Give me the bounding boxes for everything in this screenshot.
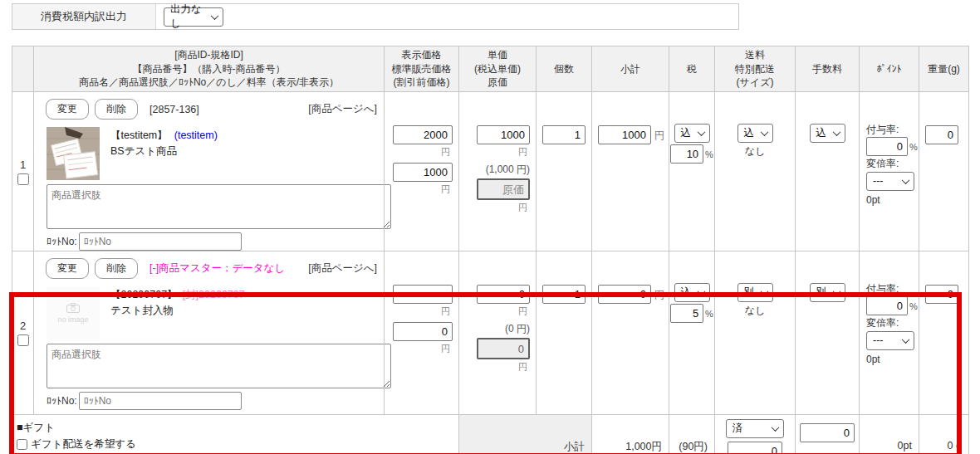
lot-no-label: ﾛｯﾄNo: [47,395,77,407]
chevron-down-icon [902,176,910,184]
point-rate-input[interactable] [866,137,908,156]
percent-unit: % [705,149,713,159]
standard-price-input[interactable] [393,322,453,341]
delete-button[interactable]: 削除 [95,258,138,279]
tax-type-value: 込 [681,126,692,140]
lot-no-input[interactable] [79,232,242,251]
shipping-type-select[interactable]: 別 [737,283,773,302]
shipping-note: なし [715,304,795,318]
footer-shipping-status-select[interactable]: 済 [726,419,784,438]
display-price-input[interactable] [393,125,453,144]
header-fee: 手数料 [796,46,860,92]
chevron-down-icon [211,12,219,20]
footer-weight-total: 0 g [919,415,969,454]
fee-type-value: 込 [816,126,827,140]
standard-price-input[interactable] [393,163,453,182]
product-page-link[interactable]: [商品ページへ] [308,102,377,116]
point-rate-label: 付与率: [866,281,915,296]
tax-rate-input[interactable] [670,144,703,164]
percent-unit: % [705,309,713,319]
unit-price-input[interactable] [477,285,530,304]
lot-no-input[interactable] [79,392,242,410]
master-data-warning: [-]商品マスター：データなし [149,261,285,276]
header-rownum [12,46,34,92]
header-product: [商品ID-規格ID] 【商品番号】（購入時-商品番号） 商品名／商品選択肢／ﾛ… [34,46,385,92]
yen-unit: 円 [385,343,450,355]
chevron-down-icon [760,287,768,295]
tax-type-select[interactable]: 込 [674,283,710,302]
change-button[interactable]: 変更 [46,258,89,279]
tax-rate-input[interactable] [670,304,703,323]
point-mult-label: 変倍率: [866,315,915,330]
chevron-down-icon [832,287,840,295]
product-option-textarea[interactable] [47,344,391,388]
change-button[interactable]: 変更 [46,99,89,120]
lot-no-label: ﾛｯﾄNo: [47,236,77,247]
header-weight: 重量(g) [919,46,969,92]
tax-breakdown-output-value: 出力なし [170,2,207,31]
fee-type-select[interactable]: 別 [810,283,845,302]
percent-unit: % [909,142,918,152]
point-mult-select[interactable]: --- [866,331,914,350]
footer-shipping-status-value: 済 [733,422,743,436]
tax-type-select[interactable]: 込 [674,124,710,143]
row-select-checkbox[interactable] [17,173,29,185]
item-link[interactable]: (testitem) [174,129,218,141]
item-name: テスト封入物 [110,303,245,319]
product-option-textarea[interactable] [47,184,391,229]
cost-input[interactable] [477,338,530,359]
point-total: 0pt [866,352,915,367]
shipping-type-value: 別 [744,286,755,300]
tax-type-value: 込 [681,286,692,300]
weight-input[interactable] [925,285,958,304]
yen-unit: 円 [459,361,527,373]
footer-subtotal-label: 小計 [459,415,592,454]
point-mult-value: --- [873,333,884,349]
camera-icon [66,303,80,313]
chevron-down-icon [697,287,705,295]
cost-input[interactable] [477,178,530,200]
footer-point-total: 0pt [860,415,919,454]
item-row-2: 2 変更 削除 [-]商品マスター：データなし [商品ページへ] [12,251,969,415]
table-header-row: [商品ID-規格ID] 【商品番号】（購入時-商品番号） 商品名／商品選択肢／ﾛ… [12,46,969,92]
no-image-placeholder: no image [47,286,100,339]
product-id-code: [2857-136] [149,104,199,115]
fee-type-select[interactable]: 込 [810,124,845,143]
item-name: BSテスト商品 [110,144,218,159]
header-shipping: 送料 特別配送 (サイズ) [715,46,796,92]
yen-unit: 円 [654,289,664,300]
quantity-input[interactable] [542,285,586,304]
footer-shipping-amount-input[interactable] [728,442,782,454]
no-image-label: no image [57,315,88,324]
display-price-input[interactable] [393,285,453,304]
chevron-down-icon [697,128,705,136]
point-rate-input[interactable] [866,296,908,315]
header-qty: 個数 [537,46,592,92]
subtotal-input[interactable] [598,125,651,144]
yen-unit: 円 [459,202,527,214]
chevron-down-icon [832,128,840,136]
delete-button[interactable]: 削除 [95,99,138,120]
point-mult-select[interactable]: --- [866,172,914,191]
footer-fee-amount-input[interactable] [800,423,855,442]
tax-breakdown-output-select[interactable]: 出力なし [164,7,223,27]
row-number: 1 [20,159,26,171]
point-rate-label: 付与率: [866,122,915,137]
percent-unit: % [909,301,918,311]
point-mult-label: 変倍率: [866,156,915,171]
unit-price-input[interactable] [477,125,530,144]
point-mult-value: --- [873,173,884,189]
header-tax: 税 [669,46,715,92]
footer-subtotal-value: 1,000円 [592,415,669,454]
product-page-link[interactable]: [商品ページへ] [308,261,377,276]
gift-delivery-checkbox[interactable] [17,439,27,450]
item-code: 【testitem】 [110,129,168,141]
quantity-input[interactable] [542,125,586,144]
point-total: 0pt [866,193,915,207]
shipping-type-select[interactable]: 込 [737,124,773,143]
row-select-checkbox[interactable] [17,334,29,346]
tax-included-price: (0 円) [459,322,530,336]
subtotal-input[interactable] [598,285,651,304]
weight-input[interactable] [925,125,958,144]
item-tag-link[interactable]: [封]20200707 [183,289,245,300]
